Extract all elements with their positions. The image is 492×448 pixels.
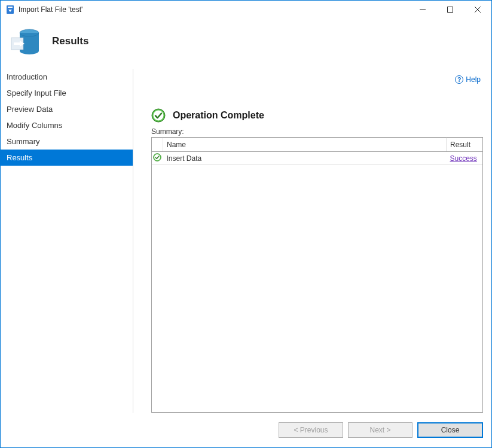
header-area: Results: [1, 19, 491, 69]
footer: < Previous Next > Close: [1, 413, 491, 447]
row-name: Insert Data: [163, 152, 447, 165]
page-title: Results: [52, 35, 88, 47]
wizard-window: Import Flat File 'test': [0, 0, 492, 448]
row-result-link[interactable]: Success: [450, 154, 477, 163]
success-check-icon: [153, 155, 161, 163]
sidebar-item-results[interactable]: Results: [1, 150, 133, 166]
window-title: Import Flat File 'test': [19, 5, 409, 14]
operation-header: Operation Complete: [151, 108, 483, 123]
summary-label: Summary:: [151, 127, 483, 136]
minimize-button[interactable]: [409, 1, 436, 19]
help-link[interactable]: ? Help: [455, 75, 481, 84]
column-header-result[interactable]: Result: [447, 138, 483, 152]
svg-rect-1: [8, 7, 13, 8]
sidebar-item-modify-columns[interactable]: Modify Columns: [1, 117, 133, 133]
operation-title: Operation Complete: [173, 110, 264, 121]
titlebar: Import Flat File 'test': [1, 1, 491, 19]
maximize-button[interactable]: [436, 1, 464, 19]
body: Introduction Specify Input File Preview …: [1, 69, 491, 413]
column-header-status-icon[interactable]: [152, 138, 163, 152]
window-controls: [409, 1, 491, 19]
table-row[interactable]: Insert Data Success: [152, 152, 482, 165]
sidebar-item-specify-input-file[interactable]: Specify Input File: [1, 85, 133, 101]
help-label: Help: [466, 75, 481, 84]
column-header-name[interactable]: Name: [163, 138, 447, 152]
sidebar: Introduction Specify Input File Preview …: [1, 69, 133, 413]
help-icon: ?: [455, 75, 463, 84]
database-import-icon: [9, 25, 42, 58]
main-panel: ? Help Operation Complete Summary:: [133, 69, 491, 413]
success-check-icon: [151, 108, 166, 123]
table-empty-area: [152, 165, 482, 412]
sidebar-item-preview-data[interactable]: Preview Data: [1, 101, 133, 117]
close-window-button[interactable]: [464, 1, 491, 19]
app-icon: [5, 5, 15, 14]
sidebar-item-summary[interactable]: Summary: [1, 133, 133, 150]
previous-button: < Previous: [279, 422, 343, 438]
svg-rect-4: [448, 7, 453, 13]
svg-rect-12: [14, 42, 20, 45]
sidebar-item-introduction[interactable]: Introduction: [1, 69, 133, 85]
next-button: Next >: [348, 422, 412, 438]
help-row: ? Help: [133, 69, 483, 87]
row-status-icon: [152, 152, 163, 165]
close-button[interactable]: Close: [417, 422, 483, 438]
summary-table: Name Result: [151, 137, 483, 413]
